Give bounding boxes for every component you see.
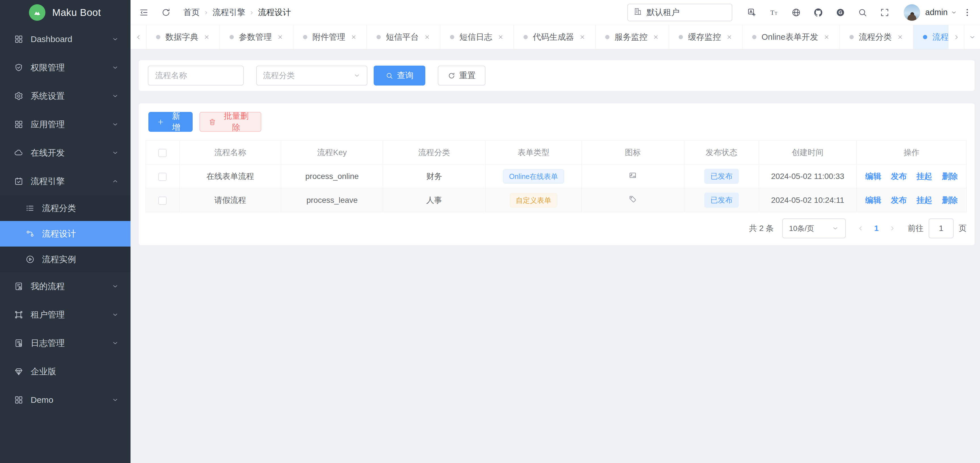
tab-6[interactable]: 服务监控 [595,25,669,49]
row-action-3[interactable]: 删除 [942,172,958,180]
sidebar-item-4[interactable]: 在线开发 [0,139,130,167]
next-page-button[interactable] [885,220,900,236]
tab-5[interactable]: 代码生成器 [514,25,595,49]
close-icon[interactable] [897,34,904,40]
globe-button[interactable] [791,8,801,18]
tabs-scroll-left-button[interactable] [130,25,146,49]
shield-check-icon [14,63,23,72]
chevron-down-icon [111,311,120,318]
row-action-1[interactable]: 发布 [891,172,907,180]
close-icon[interactable] [350,34,357,40]
close-icon[interactable] [652,34,659,40]
tab-state-dot [523,35,528,39]
current-page-button[interactable]: 1 [869,224,885,233]
translate-button[interactable] [747,8,757,18]
search-button-label: 查询 [397,70,414,81]
tab-9[interactable]: 流程分类 [840,25,913,49]
sidebar-subitem-2[interactable]: 流程实例 [0,247,130,272]
tab-2[interactable]: 附件管理 [293,25,367,49]
close-icon[interactable] [497,34,504,40]
sidebar-subitem-label: 流程实例 [42,254,120,265]
tab-label: 缓存监控 [688,32,721,43]
close-icon[interactable] [726,34,733,40]
page-unit-label: 页 [959,223,967,234]
reset-button[interactable]: 重置 [438,65,485,86]
search-button[interactable] [858,8,867,18]
grid-icon [14,35,23,44]
avatar [904,4,920,21]
process-category-select[interactable]: 流程分类 [256,65,368,86]
sidebar-item-2[interactable]: 系统设置 [0,82,130,110]
sidebar-subitem-1[interactable]: 流程设计 [0,221,130,247]
fullscreen-button[interactable] [880,8,889,18]
search-button[interactable]: 查询 [374,65,425,86]
font-size-button[interactable]: TT [769,8,779,18]
refresh-page-button[interactable] [161,8,171,18]
row-checkbox[interactable] [158,173,167,181]
page-size-select[interactable]: 10条/页 [782,219,846,238]
column-header: 表单类型 [485,140,581,164]
sidebar-item-8[interactable]: 日志管理 [0,329,130,357]
user-menu[interactable]: admin [904,4,957,21]
row-action-2[interactable]: 挂起 [916,196,932,204]
row-action-2[interactable]: 挂起 [916,172,932,180]
tab-7[interactable]: 缓存监控 [669,25,743,49]
github-button[interactable] [813,8,823,18]
page-size-value: 10条/页 [789,224,814,233]
gitee-button[interactable]: G [835,8,845,18]
close-icon[interactable] [277,34,283,40]
chevron-down-icon [111,121,120,128]
prev-page-button[interactable] [853,220,869,236]
tabs-scroll-right-button[interactable] [948,25,964,49]
table-card: 新增 批量删除 流程名称流程Key流程分类表单类型图标发布状态创建时间操作 在线… [139,104,975,245]
sidebar-submenu: 流程分类流程设计流程实例 [0,195,130,272]
sidebar-subitem-0[interactable]: 流程分类 [0,195,130,221]
close-icon[interactable] [204,34,210,40]
chevron-down-icon [111,283,120,290]
sidebar-item-label: 权限管理 [31,62,111,73]
collapse-sidebar-button[interactable] [139,8,149,18]
sidebar-item-5[interactable]: 流程引擎 [0,167,130,195]
close-icon[interactable] [579,34,585,40]
row-checkbox[interactable] [158,196,167,205]
breadcrumb-item[interactable]: 流程引擎 [213,7,245,18]
row-action-1[interactable]: 发布 [891,196,907,204]
row-action-3[interactable]: 删除 [942,196,958,204]
chevron-down-icon [111,339,120,347]
tab-state-dot [923,35,927,39]
goto-page-input[interactable] [929,219,954,238]
sidebar-item-3[interactable]: 应用管理 [0,110,130,139]
tab-10[interactable]: 流程设计 [913,25,948,49]
tab-3[interactable]: 短信平台 [367,25,440,49]
sidebar-item-7[interactable]: 租户管理 [0,300,130,329]
sidebar-subitem-label: 流程分类 [42,203,120,214]
tab-label: 服务监控 [614,32,648,43]
tenant-select[interactable]: 默认租户 [627,4,732,21]
sidebar-item-1[interactable]: 权限管理 [0,53,130,82]
breadcrumb-item[interactable]: 流程设计 [258,7,291,18]
add-button[interactable]: 新增 [148,112,192,132]
batch-delete-button[interactable]: 批量删除 [199,112,261,132]
tab-1[interactable]: 参数管理 [220,25,293,49]
process-name-input[interactable] [148,65,244,86]
tab-state-dot [229,35,234,39]
row-action-0[interactable]: 编辑 [865,172,881,180]
settings-menu-button[interactable] [963,8,972,18]
close-icon[interactable] [823,34,830,40]
close-icon[interactable] [424,34,430,40]
row-action-0[interactable]: 编辑 [865,196,881,204]
tab-4[interactable]: 短信日志 [440,25,514,49]
select-all-checkbox[interactable] [158,149,167,157]
tabs-menu-button[interactable] [964,25,980,49]
share-icon [25,229,35,238]
sidebar-item-9[interactable]: 企业版 [0,357,130,386]
tab-8[interactable]: Online表单开发 [743,25,840,49]
app-title: Maku Boot [52,7,101,18]
sidebar-item-0[interactable]: Dashboard [0,25,130,53]
breadcrumb-item[interactable]: 首页 [183,7,200,18]
tab-0[interactable]: 数据字典 [146,25,220,49]
app-logo[interactable]: Maku Boot [0,0,130,25]
doc-check-icon [14,338,23,348]
sidebar-item-10[interactable]: Demo [0,386,130,414]
sidebar-item-6[interactable]: 我的流程 [0,272,130,300]
